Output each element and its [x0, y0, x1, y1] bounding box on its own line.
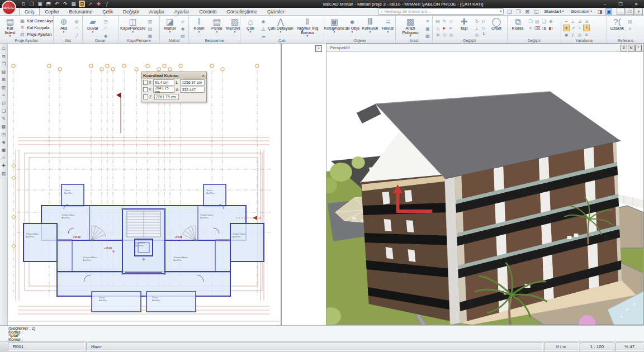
save-icon[interactable]: ▣ [37, 1, 43, 7]
minimize-button[interactable]: – [597, 0, 613, 8]
aks-circular-icon[interactable]: ◍ [73, 18, 80, 25]
pointer-icon[interactable]: ➚ [87, 1, 93, 7]
z-lock-checkbox[interactable] [143, 94, 148, 99]
havuz-button[interactable]: ≈Havuz▾ [380, 17, 396, 34]
edit-icon[interactable]: ✎ [441, 18, 448, 25]
extend-icon[interactable]: ⇤ [448, 25, 454, 31]
tab-gorsellestirme[interactable]: Görselleştirme [221, 8, 262, 15]
polygon-icon[interactable]: △ [434, 25, 441, 31]
doc-close-button[interactable]: ✕ [634, 8, 643, 15]
snap-off-icon[interactable]: ✕ [583, 31, 590, 38]
kutuphane-button[interactable]: ▣Kütüphane▾ [326, 17, 343, 34]
redo-icon[interactable]: ↷ [62, 1, 68, 7]
tab-celik[interactable]: Çelik [97, 8, 118, 15]
x-lock-checkbox[interactable] [143, 80, 148, 85]
coordinate-box-dialog[interactable]: Koordinat Kutusu × X 91.4 cm L 1256.97 c… [141, 72, 207, 102]
render-icon[interactable]: ◨ [596, 9, 603, 15]
window-cascade-icon[interactable]: ◱ [533, 9, 539, 15]
maximize-button[interactable]: ❐ [613, 0, 628, 8]
tab-ayarlar[interactable]: Ayarlar [169, 8, 195, 15]
view-up-button[interactable]: ⌃ [635, 45, 642, 51]
zoom-cell[interactable]: % 47 [615, 343, 643, 351]
arazi-frame-icon[interactable]: ⧈ [424, 18, 431, 25]
brush-icon[interactable]: ◨ [541, 25, 547, 31]
lt-hash-icon[interactable]: ⌗ [1, 154, 7, 161]
rotate-icon[interactable]: ↻ [473, 18, 480, 25]
lt-copy-icon[interactable]: ⧉ [1, 53, 7, 60]
lt-list-icon[interactable]: ≡ [1, 92, 7, 99]
lt-plus-icon[interactable]: ✚ [1, 162, 7, 169]
new-file-icon[interactable]: ▯ [20, 1, 26, 7]
select-icon[interactable]: ⋈ [434, 18, 441, 25]
snap-center-icon[interactable]: ◆ [563, 31, 570, 38]
snap-mid-icon[interactable]: ⊥ [570, 18, 576, 25]
aks-button[interactable]: ⊕Aks▾ [55, 17, 72, 34]
view-north-button[interactable]: N [628, 45, 634, 51]
clone-special-icon[interactable]: ▤ [534, 18, 541, 25]
command-search-input[interactable]: ⌕ Herhangi bir komut ara ... ▾ [378, 8, 504, 15]
snap-toggle-icon[interactable]: ⊞ [79, 1, 85, 7]
cati-button[interactable]: ⌂Çatı▾ [242, 17, 259, 34]
kat-listesi-button[interactable]: ▤ Kat listesi ▾ [2, 17, 18, 37]
mahal-button[interactable]: ◪Mahal▾ [162, 17, 178, 34]
tab-giris[interactable]: Giriş [19, 8, 40, 15]
view-select[interactable]: Görünüm ▾ [569, 8, 594, 15]
diamond-icon[interactable]: ◇ [441, 31, 448, 38]
kolon-button[interactable]: ⅠKolon▾ [191, 17, 207, 34]
mirror-icon[interactable]: ⊥ [473, 25, 480, 31]
kat-genel-ayarlari-button[interactable]: ▦Kat Genel Ayarları [20, 18, 54, 24]
view-down-button[interactable]: ⊽ [621, 45, 627, 51]
lt-sheet-icon[interactable]: ❏ [1, 107, 7, 115]
tab-cizimler[interactable]: Çizimler [262, 8, 290, 15]
snap-near-icon[interactable]: ⇲ [583, 18, 590, 25]
tab-goruntu[interactable]: Görüntü [195, 8, 222, 15]
lt-edit-icon[interactable]: ✎ [1, 115, 7, 122]
stretch-icon[interactable]: ⇄ [480, 18, 487, 25]
tab-degistir[interactable]: Değiştir [118, 8, 144, 15]
duvar-arc-icon[interactable]: ◠ [102, 25, 109, 32]
doc-restore-button[interactable]: ❐ [626, 8, 634, 15]
lt-layers-icon[interactable]: ▤ [1, 68, 7, 75]
sheet-stack-icon[interactable]: ❐ [515, 9, 522, 15]
z-input[interactable]: 2261.75 cm [154, 94, 179, 100]
ruler-icon[interactable]: ▤ [627, 18, 633, 25]
lt-paste-icon[interactable]: ❐ [1, 60, 7, 68]
lt-grid-icon[interactable]: ⊞ [1, 76, 7, 83]
snap-ext-icon[interactable]: ↗ [570, 25, 576, 31]
lt-node-icon[interactable]: ⊡ [1, 99, 7, 107]
ofset-button[interactable]: ◯Ofset [488, 17, 505, 31]
array-icon[interactable]: ⊕ [547, 18, 554, 25]
add-node-icon[interactable]: ⊕ [434, 31, 441, 38]
screenshot-icon[interactable]: ▦ [70, 1, 77, 7]
pencere-icon[interactable]: ▥ [146, 18, 153, 25]
x-input[interactable]: 91.4 cm [153, 79, 174, 85]
command-line-area[interactable]: (Seçilenler : 2) Komut : *İptal* Komut : [0, 325, 644, 341]
mahal-slab-icon[interactable]: ▱ [179, 18, 186, 25]
kapi-pencere-button[interactable]: ◫Kapı/Pencere▾ [120, 17, 145, 34]
scale-icon[interactable]: ◎ [473, 31, 480, 38]
aks-arc-icon[interactable]: ◠ [73, 25, 80, 32]
unit-cell[interactable]: tf / m [544, 343, 579, 351]
proje-ayarlari-button[interactable]: ▧Proje Ayarları [20, 31, 54, 37]
l-input[interactable]: 1256.97 cm [180, 79, 205, 85]
pencere-duo-icon[interactable]: ▤ [146, 25, 153, 32]
snap-quad-icon[interactable]: ◎ [576, 31, 583, 38]
snap-angle-icon[interactable]: ⊿ [576, 18, 583, 25]
perde-button[interactable]: ▤Perde▾ [209, 17, 225, 34]
angle-icon[interactable]: ∠ [627, 25, 633, 32]
paste-icon[interactable]: ❐ [527, 18, 534, 25]
y-input[interactable]: 2043.15 cm [153, 87, 174, 93]
lt-select-icon[interactable]: ▭ [1, 45, 7, 52]
diamond2-icon[interactable]: ◇ [480, 25, 487, 31]
klonla-button[interactable]: ⧉Klonla [509, 17, 526, 31]
tasi-button[interactable]: ✚Taşı [456, 17, 472, 31]
lt-hatch-icon[interactable]: ▥ [1, 84, 7, 91]
painter-icon[interactable]: ◧ [547, 25, 554, 31]
active-view-icon[interactable]: ▣ [605, 8, 612, 15]
function-icon[interactable]: ƒ [104, 1, 110, 7]
lt-corner-icon[interactable]: ◳ [1, 131, 7, 138]
lt-table-icon[interactable]: ▦ [1, 123, 7, 130]
snap-perp-icon[interactable]: ⌐ [563, 18, 570, 25]
cati-detaylari-button[interactable]: ⋀Çatı Detayları▾ [268, 17, 293, 34]
y-lock-checkbox[interactable] [143, 87, 148, 92]
